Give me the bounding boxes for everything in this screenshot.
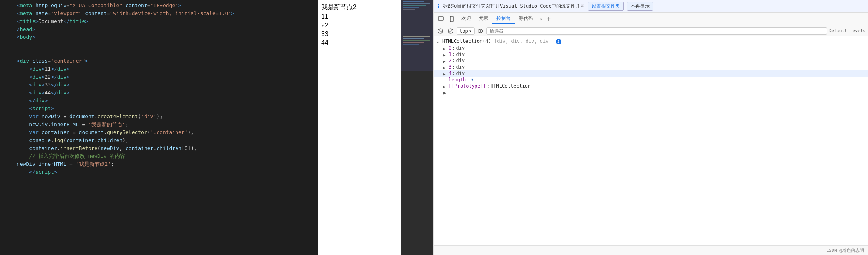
code-line — [0, 41, 318, 49]
devtools-tabs: 欢迎 元素 控制台 源代码 » + — [434, 13, 868, 25]
code-line — [0, 49, 318, 57]
tree-item-0[interactable]: 0 : div — [434, 45, 868, 51]
preview-node-22: 22 — [321, 22, 398, 29]
eye-icon[interactable] — [476, 27, 485, 35]
more-button[interactable]: ▶ — [434, 89, 868, 96]
tab-elements[interactable]: 元素 — [475, 13, 492, 24]
expand-triangle-3[interactable] — [443, 65, 448, 69]
minimap-content — [401, 0, 433, 255]
svg-line-28 — [449, 29, 453, 33]
tree-val-1: div — [456, 52, 465, 57]
filter-input[interactable] — [486, 27, 827, 35]
tab-add[interactable]: + — [544, 13, 553, 24]
devtools-bottombar: CSDN @粉色的志明 — [434, 245, 868, 255]
code-line: </div> — [0, 97, 318, 105]
svg-line-26 — [439, 29, 442, 33]
minimap-highlight — [401, 0, 433, 71]
visibility-icon — [478, 28, 483, 34]
inspect-icon — [438, 16, 444, 22]
code-line: console.log(container.children); — [0, 136, 318, 144]
tree-key-length: length — [449, 77, 466, 82]
tree-val-4: div — [456, 71, 465, 76]
tab-sources[interactable]: 源代码 — [515, 13, 537, 24]
tree-item-4[interactable]: 4 : div — [434, 70, 868, 77]
code-line: <div>44</div> — [0, 89, 318, 97]
devtools-icon-mobile[interactable] — [447, 14, 457, 24]
collection-label: HTMLCollection(4) [div, div, div, div] i — [442, 38, 561, 44]
console-toolbar: top ▾ Default levels — [434, 25, 868, 36]
code-line: <div>22</div> — [0, 73, 318, 81]
tree-key-2: 2 — [449, 58, 451, 63]
expand-triangle-proto[interactable] — [443, 84, 448, 88]
clear-console-button[interactable] — [436, 27, 445, 35]
tab-more[interactable]: » — [537, 15, 544, 23]
console-output: HTMLCollection(4) [div, div, div, div] i… — [434, 36, 868, 245]
preview-node-33: 33 — [321, 31, 398, 38]
code-line: <div>11</div> — [0, 65, 318, 73]
info-icon: ℹ — [438, 3, 440, 10]
svg-point-24 — [451, 21, 452, 21]
tree-key-1: 1 — [449, 52, 451, 57]
tree-item-3[interactable]: 3 : div — [434, 64, 868, 70]
expand-triangle-4[interactable] — [443, 71, 448, 76]
tree-key-3: 3 — [449, 64, 451, 70]
expand-triangle-0[interactable] — [443, 46, 448, 50]
devtools-infobar: ℹ 标识项目的根文件夹以打开Visual Studio Code中的源文件并同 … — [434, 0, 868, 13]
code-line: newDiv.innerHTML = '我是新的节点'; — [0, 121, 318, 128]
info-badge[interactable]: i — [556, 39, 561, 44]
infobar-text: 标识项目的根文件夹以打开Visual Studio Code中的源文件并同 — [443, 3, 585, 10]
hide-button[interactable]: 不再显示 — [627, 2, 653, 11]
code-line: <meta name="viewport" content="width=dev… — [0, 10, 318, 17]
devtools-panel: ℹ 标识项目的根文件夹以打开Visual Studio Code中的源文件并同 … — [433, 0, 868, 255]
code-line: <title>Document</title> — [0, 17, 318, 25]
set-root-button[interactable]: 设置根文件夹 — [588, 2, 624, 11]
tree-key-4: 4 — [449, 71, 451, 76]
expand-triangle-2[interactable] — [443, 58, 448, 63]
context-filter-dropdown[interactable]: top ▾ — [457, 27, 475, 35]
expand-triangle[interactable] — [437, 39, 442, 44]
code-line: <div>33</div> — [0, 81, 318, 89]
preview-node-44: 44 — [321, 39, 398, 46]
preview-node-11: 11 — [321, 13, 398, 20]
context-filter-label: top — [459, 28, 468, 34]
tree-item-length: length : 5 — [434, 77, 868, 83]
collection-row[interactable]: HTMLCollection(4) [div, div, div, div] i — [434, 38, 868, 45]
code-line: </script> — [0, 168, 318, 176]
code-editor[interactable]: <meta http-equiv="X-UA-Compatible" conte… — [0, 0, 318, 255]
code-line: newDiv.innerHTML = '我是新节点2'; — [0, 160, 318, 168]
no-log-button[interactable] — [446, 27, 455, 35]
tree-item-1[interactable]: 1 : div — [434, 51, 868, 58]
code-line: <div class="container"> — [0, 57, 318, 65]
code-line: container.insertBefore(newDiv, container… — [0, 144, 318, 152]
preview-node-new: 我是新节点2 — [321, 3, 398, 12]
tree-val-length: 5 — [471, 77, 473, 82]
collection-preview: [div, div, div, div] — [494, 38, 552, 44]
tab-welcome[interactable]: 欢迎 — [457, 13, 475, 24]
minimap — [401, 0, 433, 255]
chevron-down-icon: ▾ — [469, 28, 472, 34]
default-levels-label: Default levels — [829, 28, 866, 33]
svg-rect-21 — [438, 17, 443, 20]
tree-key-0: 0 — [449, 45, 451, 51]
tree-val-0: div — [456, 45, 465, 51]
tree-val-2: div — [456, 58, 465, 63]
devtools-icon-inspect[interactable] — [436, 14, 446, 24]
credit-text: CSDN @粉色的志明 — [826, 248, 864, 253]
expand-triangle-1[interactable] — [443, 52, 448, 57]
code-line: <script> — [0, 105, 318, 113]
mobile-icon — [449, 16, 455, 22]
code-line: <meta http-equiv="X-UA-Compatible" conte… — [0, 2, 318, 10]
svg-rect-22 — [439, 21, 442, 21]
code-line: /head> — [0, 25, 318, 33]
preview-panel: 我是新节点2 11 22 33 44 — [318, 0, 401, 255]
code-line: var container = document.querySelector('… — [0, 128, 318, 136]
tab-console[interactable]: 控制台 — [492, 13, 515, 24]
collection-type: HTMLCollection(4) — [442, 38, 491, 44]
tree-item-prototype[interactable]: [[Prototype]] : HTMLCollection — [434, 83, 868, 89]
tree-val-3: div — [456, 64, 465, 70]
code-line: <body> — [0, 33, 318, 41]
tree-val-proto: HTMLCollection — [490, 83, 530, 89]
code-line: var newDiv = document.createElement('div… — [0, 113, 318, 121]
code-line: // 插入完毕后再次修改 newDiv 的内容 — [0, 152, 318, 160]
tree-item-2[interactable]: 2 : div — [434, 58, 868, 64]
